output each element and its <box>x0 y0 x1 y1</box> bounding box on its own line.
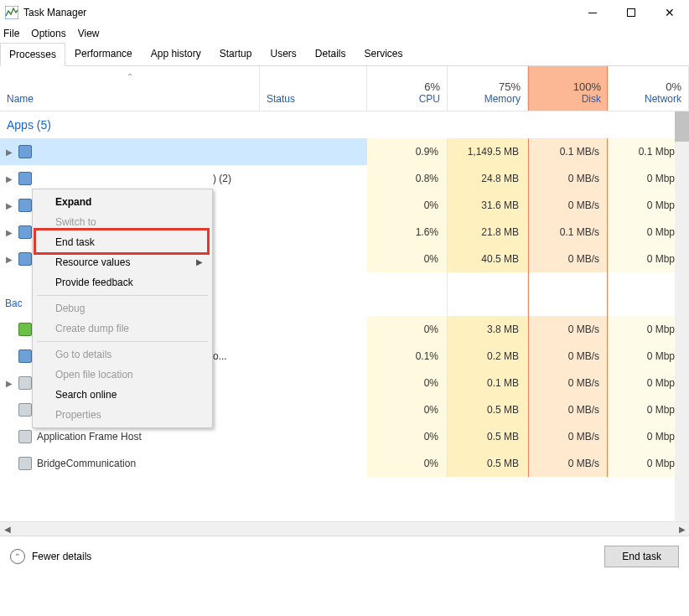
vertical-scrollbar[interactable] <box>675 111 689 522</box>
chevron-right-icon[interactable]: ▶ <box>5 174 13 184</box>
chevron-right-icon[interactable]: ▶ <box>5 379 13 388</box>
ctx-open-file-location: Open file location <box>35 365 210 385</box>
table-row[interactable]: ▶ 0.9% 1,149.5 MB 0.1 MB/s 0.1 Mbps <box>0 138 689 165</box>
chevron-right-icon[interactable]: ▶ <box>5 148 13 157</box>
scrollbar-thumb[interactable] <box>675 111 689 142</box>
minimize-button[interactable] <box>573 0 612 25</box>
menu-view[interactable]: View <box>78 28 100 39</box>
menubar: File Options View <box>0 25 689 42</box>
process-name-suffix: ) (2) <box>213 173 231 184</box>
tab-services[interactable]: Services <box>355 42 412 65</box>
tab-users[interactable]: Users <box>261 42 305 65</box>
separator <box>37 341 208 342</box>
process-icon <box>18 349 32 363</box>
chevron-right-icon: ▶ <box>196 257 203 267</box>
process-name: BridgeCommunication <box>37 458 136 469</box>
disk-value: 0.1 MB/s <box>528 138 609 165</box>
tab-startup[interactable]: Startup <box>210 42 262 65</box>
fewer-details-button[interactable]: ⌃ Fewer details <box>10 549 91 564</box>
table-row[interactable]: ▶ BridgeCommunication 0% 0.5 MB 0 MB/s 0… <box>0 450 689 477</box>
chevron-right-icon[interactable]: ▶ <box>5 228 13 237</box>
ctx-properties: Properties <box>35 405 210 425</box>
group-apps-header[interactable]: Apps (5) <box>0 111 689 138</box>
ctx-expand[interactable]: Expand <box>35 192 210 212</box>
column-disk[interactable]: 100% Disk <box>528 66 609 111</box>
scroll-right-icon[interactable]: ▶ <box>675 522 689 536</box>
separator <box>37 295 208 296</box>
tab-performance[interactable]: Performance <box>65 42 142 65</box>
ctx-switch-to: Switch to <box>35 212 210 232</box>
process-name: Application Frame Host <box>37 431 142 443</box>
close-button[interactable]: ✕ <box>650 0 689 25</box>
ctx-resource-values[interactable]: Resource values ▶ <box>35 252 210 272</box>
end-task-button[interactable]: End task <box>604 546 679 567</box>
window-title: Task Manager <box>23 7 86 18</box>
column-name[interactable]: ⌃ Name <box>0 66 260 111</box>
ctx-create-dump: Create dump file <box>35 318 210 339</box>
task-manager-icon <box>5 6 18 19</box>
process-icon <box>18 225 32 239</box>
chevron-right-icon[interactable]: ▶ <box>5 201 13 210</box>
footer: ⌃ Fewer details End task <box>0 536 689 576</box>
tab-processes[interactable]: Processes <box>0 43 65 66</box>
column-network[interactable]: 0% Network <box>609 66 689 111</box>
ctx-search-online[interactable]: Search online <box>35 385 210 405</box>
column-status[interactable]: Status <box>260 66 367 111</box>
titlebar: Task Manager ✕ <box>0 0 689 25</box>
context-menu: Expand Switch to End task Resource value… <box>32 189 213 428</box>
tab-app-history[interactable]: App history <box>142 42 210 65</box>
tabstrip: Processes Performance App history Startu… <box>0 42 689 66</box>
menu-options[interactable]: Options <box>31 28 65 39</box>
column-header-row: ⌃ Name Status 6% CPU 75% Memory 100% Dis… <box>0 66 689 111</box>
sort-indicator-icon: ⌃ <box>127 72 133 81</box>
window-controls: ✕ <box>573 0 689 25</box>
process-icon <box>18 403 32 417</box>
process-icon <box>18 145 32 158</box>
chevron-up-icon: ⌃ <box>10 549 25 564</box>
cpu-value: 0.9% <box>367 138 448 165</box>
horizontal-scrollbar[interactable]: ◀ ▶ <box>0 521 689 536</box>
mem-value: 1,149.5 MB <box>448 138 528 165</box>
ctx-provide-feedback[interactable]: Provide feedback <box>35 272 210 292</box>
process-icon <box>18 199 32 212</box>
process-icon <box>18 172 32 185</box>
ctx-debug: Debug <box>35 298 210 318</box>
maximize-button[interactable] <box>612 0 650 25</box>
menu-file[interactable]: File <box>3 28 19 39</box>
ctx-end-task[interactable]: End task <box>35 232 210 252</box>
process-icon <box>18 430 32 443</box>
process-icon <box>18 323 32 336</box>
process-icon <box>18 457 32 470</box>
scroll-left-icon[interactable]: ◀ <box>0 522 14 536</box>
chevron-right-icon[interactable]: ▶ <box>5 255 13 264</box>
process-icon <box>18 252 32 266</box>
process-icon <box>18 376 32 390</box>
column-cpu[interactable]: 6% CPU <box>367 66 448 111</box>
ctx-go-to-details: Go to details <box>35 344 210 365</box>
column-memory[interactable]: 75% Memory <box>448 66 528 111</box>
tab-details[interactable]: Details <box>306 42 355 65</box>
